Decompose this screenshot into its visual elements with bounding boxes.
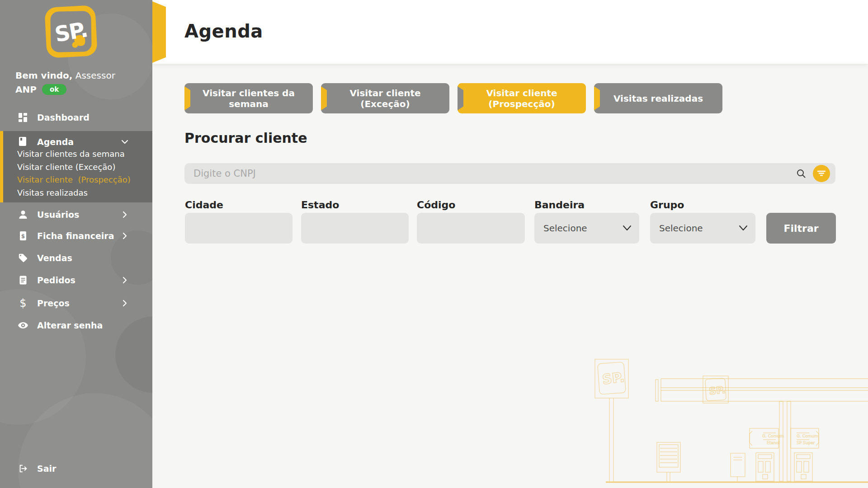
sidebar-item-label: Ficha financeira xyxy=(37,231,114,241)
chevron-down-icon xyxy=(622,224,632,233)
dollar-icon: $ xyxy=(18,298,28,309)
chevron-down-icon xyxy=(738,224,748,233)
sp-logo: SP. xyxy=(44,5,98,58)
welcome-text: Bem vindo, Assessor xyxy=(15,69,115,82)
bandeira-select[interactable]: Selecione xyxy=(534,213,639,244)
tab-visitar-clientes-da-semana[interactable]: Visitar clientes da semana xyxy=(184,83,313,113)
sp-logo-inner: SP. xyxy=(50,11,92,52)
cidade-input[interactable] xyxy=(185,213,292,244)
sidebar-item-usuarios[interactable]: Usuários xyxy=(0,205,152,225)
main-content: Agenda Visitar clientes da semana Visita… xyxy=(152,0,868,488)
search-input[interactable] xyxy=(184,163,835,184)
logout-label: Sair xyxy=(37,464,56,474)
estado-field-wrap xyxy=(301,213,409,244)
chevron-right-icon xyxy=(121,276,129,284)
filter-button[interactable] xyxy=(813,165,830,182)
sidebar-item-label: Preços xyxy=(37,298,70,308)
sidebar-item-precos[interactable]: $ Preços xyxy=(0,293,152,313)
chevron-right-icon xyxy=(121,299,129,307)
agenda-book-icon xyxy=(18,136,28,147)
svg-text:G. Comum: G. Comum xyxy=(762,434,784,438)
page-title: Agenda xyxy=(184,21,263,42)
codigo-field-wrap xyxy=(417,213,525,244)
user-code-line: ANP ok xyxy=(15,84,66,95)
tab-notch xyxy=(458,86,463,110)
bandeira-label: Bandeira xyxy=(534,199,585,211)
sidebar-item-pedidos[interactable]: Pedidos xyxy=(0,270,152,290)
tab-visitas-realizadas[interactable]: Visitas realizadas xyxy=(594,83,722,113)
chevron-right-icon xyxy=(121,211,129,219)
user-code: ANP xyxy=(15,84,37,95)
svg-text:$: $ xyxy=(21,233,25,239)
tag-icon xyxy=(18,253,28,263)
orders-doc-icon xyxy=(18,275,28,286)
header-yellow-ribbon xyxy=(152,1,166,63)
filtrar-button[interactable]: Filtrar xyxy=(766,213,836,244)
estado-input[interactable] xyxy=(301,213,409,244)
chevron-right-icon xyxy=(121,232,129,240)
sidebar-subitem-visitar-clientes-da-semana[interactable]: Visitar clientes da semana xyxy=(17,149,125,159)
finance-doc-icon: $ xyxy=(18,230,28,241)
svg-text:SP.: SP. xyxy=(708,384,726,397)
tab-visitar-cliente-prospeccao[interactable]: Visitar cliente (Prospecção) xyxy=(458,83,586,113)
sidebar: SP. Bem vindo, Assessor ANP ok Dashboard xyxy=(0,0,152,488)
tab-notch xyxy=(594,86,600,110)
sidebar-subitem-visitar-cliente-excecao[interactable]: Visitar cliente (Exceção) xyxy=(17,162,115,172)
user-icon xyxy=(18,209,28,220)
section-title: Procurar cliente xyxy=(184,130,307,146)
sidebar-item-label: Vendas xyxy=(37,253,72,263)
logo-text: SP. xyxy=(53,17,89,47)
sidebar-item-label: Agenda xyxy=(37,137,74,147)
page-header: Agenda xyxy=(152,0,868,64)
search-bar xyxy=(184,163,835,184)
status-badge: ok xyxy=(42,84,66,95)
sidebar-item-label: Alterar senha xyxy=(37,320,103,330)
filter-icon xyxy=(816,168,826,179)
codigo-label: Código xyxy=(417,199,455,211)
sidebar-subitem-visitas-realizadas[interactable]: Visitas realizadas xyxy=(17,188,88,197)
chevron-down-icon xyxy=(121,138,129,146)
sidebar-item-agenda[interactable]: Agenda xyxy=(0,133,152,151)
codigo-input[interactable] xyxy=(417,213,525,244)
estado-label: Estado xyxy=(301,199,339,211)
tab-notch xyxy=(321,86,327,110)
sidebar-item-dashboard[interactable]: Dashboard xyxy=(0,108,152,127)
cidade-label: Cidade xyxy=(185,199,223,211)
cidade-field-wrap xyxy=(185,213,292,244)
sidebar-item-vendas[interactable]: Vendas xyxy=(0,248,152,268)
logout-icon xyxy=(18,463,28,474)
tab-bar: Visitar clientes da semana Visitar clien… xyxy=(184,83,722,113)
logout-button[interactable]: Sair xyxy=(0,459,152,479)
tab-notch xyxy=(184,86,190,110)
svg-text:Etanol: Etanol xyxy=(767,441,779,445)
sidebar-item-alterar-senha[interactable]: Alterar senha xyxy=(0,315,152,335)
svg-text:G. Comum: G. Comum xyxy=(797,434,818,438)
app-window: SP. Bem vindo, Assessor ANP ok Dashboard xyxy=(0,0,868,488)
tab-visitar-cliente-excecao[interactable]: Visitar cliente (Exceção) xyxy=(321,83,449,113)
grupo-label: Grupo xyxy=(650,199,684,211)
sidebar-subitem-visitar-cliente-prospeccao[interactable]: Visitar cliente (Prospecção) xyxy=(17,175,131,184)
sidebar-item-label: Pedidos xyxy=(37,275,75,285)
gas-station-watermark: SP. SP. G. Comum Etanol xyxy=(588,352,868,488)
sidebar-section-agenda: Agenda Visitar clientes da semana Visita… xyxy=(0,131,152,202)
grupo-select[interactable]: Selecione xyxy=(650,213,755,244)
sidebar-item-label: Usuários xyxy=(37,210,79,220)
search-icon[interactable] xyxy=(796,168,807,179)
svg-text:SP.: SP. xyxy=(601,369,625,388)
svg-text:SP Super: SP Super xyxy=(797,441,815,445)
eye-icon xyxy=(18,320,28,331)
dashboard-icon xyxy=(18,112,28,123)
sidebar-item-ficha-financeira[interactable]: $ Ficha financeira xyxy=(0,226,152,246)
sidebar-item-label: Dashboard xyxy=(37,113,90,122)
